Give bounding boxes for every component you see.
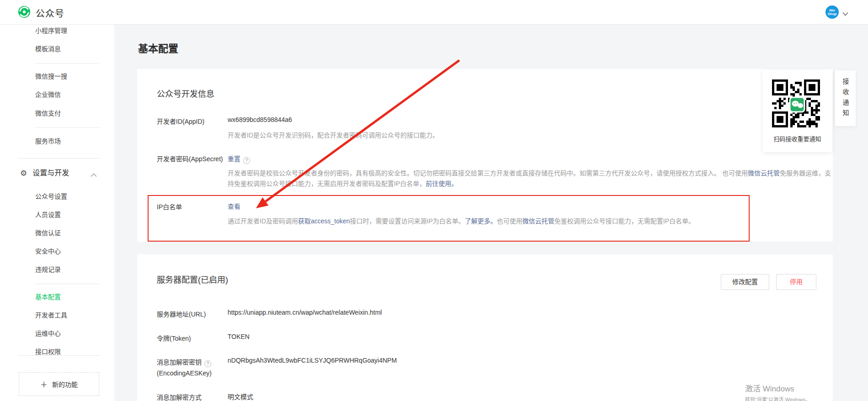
appid-label: 开发者ID(AppID) [157, 116, 226, 127]
token-value: TOKEN [228, 333, 250, 340]
sidebar-divider [18, 158, 100, 158]
ip-desc-text: 通过开发者ID及密码调用 [228, 217, 298, 225]
server-url-label: 服务器地址(URL) [157, 309, 226, 320]
new-feature-button[interactable]: ＋ 新的功能 [19, 372, 99, 396]
sidebar-item-staff-settings[interactable]: 人员设置 [35, 210, 61, 219]
top-header: 公众号 Niu Shop [0, 0, 868, 25]
page: 公众号 Niu Shop 小程序管理 模板消息 微信搜一搜 企业微信 微信支付 … [0, 0, 868, 401]
sidebar-item-wechat-pay[interactable]: 微信支付 [35, 109, 61, 118]
appsecret-actions: 重置? [228, 154, 250, 164]
sidebar-item-service-market[interactable]: 服务市场 [35, 137, 61, 146]
brand-title: 公众号 [36, 6, 64, 20]
receive-notification-tab[interactable]: 接收通知 [835, 70, 856, 126]
wechat-official-account-logo-icon [17, 5, 31, 21]
server-config-card: 服务器配置(已启用) 修改配置 停用 服务器地址(URL) https://un… [137, 254, 833, 401]
token-label: 令牌(Token) [157, 333, 226, 344]
disable-button[interactable]: 停用 [776, 274, 816, 290]
get-access-token-link[interactable]: 获取access_token [298, 217, 350, 225]
view-ip-whitelist-link[interactable]: 查看 [228, 203, 240, 210]
ip-desc-text: 免鉴权调用公众号接口能力，无需配置IP白名单。 [554, 217, 695, 225]
gear-icon: ⚙ [20, 169, 27, 177]
sidebar-item-ops-center[interactable]: 运维中心 [35, 329, 61, 338]
sidebar-item-wechat-verify[interactable]: 微信认证 [35, 228, 61, 237]
sidebar-group-label: 设置与开发 [32, 168, 69, 178]
server-url-value: https://uniapp.niuteam.cn/wap/wchat/rela… [228, 309, 382, 316]
sidebar-divider [35, 284, 100, 284]
brand[interactable]: 公众号 [17, 5, 64, 21]
new-feature-label: 新的功能 [52, 380, 78, 389]
sidebar-item-violation-record[interactable]: 违规记录 [35, 265, 61, 274]
learn-more-link[interactable]: 了解更多。 [465, 217, 497, 225]
sidebar-divider [35, 63, 100, 63]
ip-whitelist-label: IP白名单 [157, 201, 226, 212]
sidebar-item-account-settings[interactable]: 公众号设置 [35, 192, 67, 201]
sidebar-item-template-msg[interactable]: 模板消息 [35, 44, 61, 53]
chevron-up-icon[interactable] [91, 171, 97, 179]
help-question-icon[interactable]: ? [204, 360, 211, 367]
aeskey-label-line1: 消息加解密密钥 [157, 359, 202, 366]
qr-caption: 扫码接收重要通知 [762, 134, 832, 143]
appid-value: wx6899bcd8598844a6 [228, 116, 292, 123]
ip-desc-text: 也可使用 [497, 217, 522, 225]
cloudrun-link[interactable]: 微信云托管 [748, 169, 780, 177]
sidebar-item-api-permission[interactable]: 接口权限 [35, 347, 61, 356]
dev-info-section-title: 公众号开发信息 [157, 87, 214, 99]
ip-whitelist-desc: 通过开发者ID及密码调用获取access_token接口时，需要设置访问来源IP… [228, 216, 836, 227]
ip-desc-text: 接口时，需要设置访问来源IP为白名单。 [350, 217, 465, 225]
aeskey-value: nDQRbgsAh3WtedL9wbFC1iLSYJQ6PRWHRqGoayi4… [228, 357, 397, 364]
appsecret-desc: 开发者密码是校验公众号开发者身份的密码，具有极高的安全性。切记勿把密码直接交给第… [228, 168, 836, 189]
page-title: 基本配置 [138, 40, 178, 55]
avatar-text-line2: Shop [828, 12, 837, 16]
sidebar-item-wechat-search[interactable]: 微信搜一搜 [35, 72, 67, 81]
account-avatar[interactable]: Niu Shop [825, 5, 839, 19]
sidebar-item-wework[interactable]: 企业微信 [35, 90, 61, 99]
go-use-link[interactable]: 前往使用。 [426, 180, 458, 187]
qr-panel: 扫码接收重要通知 [762, 70, 832, 152]
sidebar-item-miniprogram[interactable]: 小程序管理 [35, 26, 67, 35]
cloudrun-link[interactable]: 微信云托管 [522, 217, 554, 225]
sidebar-item-security-center[interactable]: 安全中心 [35, 247, 61, 256]
sidebar-item-basic-config[interactable]: 基本配置 [35, 292, 61, 301]
server-config-section-title: 服务器配置(已启用) [157, 273, 228, 285]
qr-code-image [770, 78, 824, 132]
aeskey-label: 消息加解密密钥? (EncodingAESKey) [157, 357, 239, 379]
sidebar: 小程序管理 模板消息 微信搜一搜 企业微信 微信支付 服务市场 ⚙ 设置与开发 … [0, 25, 114, 401]
encrypt-mode-value: 明文模式 [228, 392, 253, 401]
sidebar-item-dev-tools[interactable]: 开发者工具 [35, 311, 67, 320]
chevron-down-icon[interactable] [842, 10, 848, 18]
help-question-icon[interactable]: ? [243, 157, 250, 164]
plus-icon: ＋ [40, 379, 48, 390]
aeskey-label-line2: (EncodingAESKey) [157, 369, 212, 377]
dev-info-card: 公众号开发信息 开发者ID(AppID) wx6899bcd8598844a6 … [137, 69, 833, 242]
modify-config-button[interactable]: 修改配置 [721, 274, 769, 290]
sidebar-divider [35, 127, 100, 128]
encrypt-mode-label: 消息加解密方式 [157, 392, 226, 401]
sidebar-divider [18, 355, 100, 356]
sidebar-group-settings-dev[interactable]: ⚙ 设置与开发 [20, 168, 69, 178]
appsecret-label: 开发者密码(AppSecret) [157, 153, 226, 164]
reset-appsecret-link[interactable]: 重置 [228, 155, 240, 163]
receive-notification-label: 接收通知 [841, 78, 850, 120]
appsecret-desc-text: 开发者密码是校验公众号开发者身份的密码，具有极高的安全性。切记勿把密码直接交给第… [228, 169, 748, 177]
appid-desc: 开发者ID是公众号开发识别码，配合开发者密码可调用公众号的接口能力。 [228, 130, 836, 141]
